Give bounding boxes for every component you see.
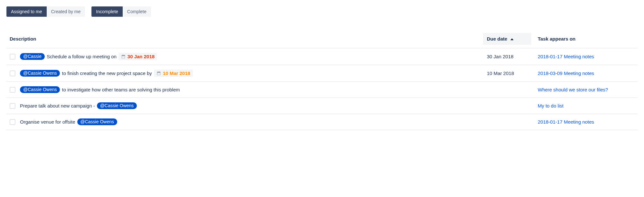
task-checkbox[interactable] xyxy=(10,103,15,109)
page-link[interactable]: 2018-03-09 Meeting notes xyxy=(538,70,594,76)
user-mention[interactable]: @Cassie xyxy=(20,53,45,60)
user-mention[interactable]: @Cassie Owens xyxy=(97,102,137,109)
task-text: Organise venue for offsite xyxy=(20,119,75,125)
date-badge-text: 30 Jan 2018 xyxy=(128,54,155,59)
column-header-description[interactable]: Description xyxy=(10,36,36,42)
status-filter-group: Incomplete Complete xyxy=(91,6,151,17)
task-text: to finish creating the new project space… xyxy=(62,70,152,76)
task-row: @Cassie Owensto investigate how other te… xyxy=(6,82,638,98)
page-link[interactable]: Where should we store our files? xyxy=(538,87,608,92)
task-text: Prepare talk about new campaign - xyxy=(20,103,95,108)
user-mention[interactable]: @Cassie Owens xyxy=(20,86,60,93)
appears-on-cell: 2018-01-17 Meeting notes xyxy=(531,54,638,59)
task-description: @Cassie Owensto finish creating the new … xyxy=(20,70,483,77)
task-description: Prepare talk about new campaign -@Cassie… xyxy=(20,102,483,109)
filter-toolbar: Assigned to me Created by me Incomplete … xyxy=(6,6,638,17)
task-checkbox[interactable] xyxy=(10,119,15,125)
appears-on-cell: 2018-03-09 Meeting notes xyxy=(531,70,638,76)
task-description: @Cassie Owensto investigate how other te… xyxy=(20,86,483,93)
page-link[interactable]: 2018-01-17 Meeting notes xyxy=(538,119,594,125)
appears-on-cell: 2018-01-17 Meeting notes xyxy=(531,119,638,125)
filter-complete[interactable]: Complete xyxy=(123,6,151,17)
date-badge[interactable]: 10 Mar 2018 xyxy=(154,70,193,77)
table-header: Description Due date Task appears on xyxy=(6,30,638,48)
calendar-icon xyxy=(121,54,126,59)
date-badge[interactable]: 30 Jan 2018 xyxy=(118,53,157,60)
user-mention[interactable]: @Cassie Owens xyxy=(77,118,117,125)
task-description: @CassieSchedule a follow up meeting on30… xyxy=(20,53,483,60)
task-row: @CassieSchedule a follow up meeting on30… xyxy=(6,48,638,65)
calendar-icon xyxy=(156,71,161,76)
page-link[interactable]: 2018-01-17 Meeting notes xyxy=(538,54,594,59)
task-checkbox[interactable] xyxy=(10,87,15,93)
due-date-cell: 10 Mar 2018 xyxy=(483,70,531,76)
column-header-due-date[interactable]: Due date xyxy=(483,33,531,45)
column-header-appears-on[interactable]: Task appears on xyxy=(538,36,575,42)
task-row: @Cassie Owensto finish creating the new … xyxy=(6,65,638,82)
task-text: to investigate how other teams are solvi… xyxy=(62,87,180,92)
task-checkbox[interactable] xyxy=(10,70,15,76)
task-text: Schedule a follow up meeting on xyxy=(47,54,117,59)
due-date-cell: 30 Jan 2018 xyxy=(483,54,531,59)
due-date-label: Due date xyxy=(487,36,507,42)
appears-on-cell: Where should we store our files? xyxy=(531,87,638,92)
task-row: Prepare talk about new campaign -@Cassie… xyxy=(6,98,638,114)
task-table: Description Due date Task appears on @Ca… xyxy=(6,30,638,130)
task-description: Organise venue for offsite@Cassie Owens xyxy=(20,118,483,125)
user-mention[interactable]: @Cassie Owens xyxy=(20,70,60,77)
date-badge-text: 10 Mar 2018 xyxy=(163,70,190,76)
sort-ascending-icon xyxy=(510,38,514,40)
task-checkbox[interactable] xyxy=(10,54,15,60)
filter-incomplete[interactable]: Incomplete xyxy=(91,6,122,17)
task-row: Organise venue for offsite@Cassie Owens2… xyxy=(6,114,638,130)
page-link[interactable]: My to do list xyxy=(538,103,564,108)
filter-assigned-to-me[interactable]: Assigned to me xyxy=(6,6,47,17)
assignment-filter-group: Assigned to me Created by me xyxy=(6,6,85,17)
filter-created-by-me[interactable]: Created by me xyxy=(47,6,85,17)
appears-on-cell: My to do list xyxy=(531,103,638,108)
